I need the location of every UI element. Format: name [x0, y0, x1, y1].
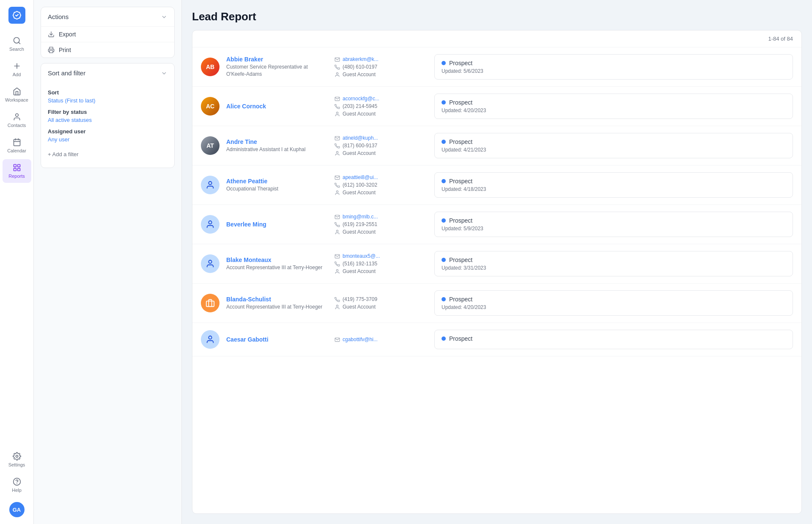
chevron-down-icon — [161, 70, 167, 77]
sidebar-item-label: Calendar — [7, 148, 26, 153]
lead-status-card: Prospect Updated: 4/21/2023 — [434, 133, 793, 158]
table-row: Blake Monteaux Account Representative II… — [192, 244, 801, 284]
table-row: AB Abbie Braker Customer Service Represe… — [192, 47, 801, 87]
sidebar-item-add[interactable]: Add — [3, 58, 31, 81]
phone-icon — [335, 261, 340, 267]
lead-title: Occupational Therapist — [226, 185, 328, 193]
sidebar-item-label: Workspace — [5, 97, 28, 102]
status-label: Prospect — [449, 335, 472, 342]
lead-name[interactable]: Alice Cornock — [226, 103, 328, 110]
account-icon — [335, 304, 340, 310]
export-label: Export — [59, 31, 76, 38]
lead-avatar — [201, 294, 219, 312]
app-logo[interactable] — [8, 7, 25, 24]
status-label: Prospect — [449, 256, 472, 263]
assigned-user-value[interactable]: Any user — [48, 136, 167, 143]
sidebar-item-label: Search — [9, 47, 24, 52]
lead-avatar — [201, 215, 219, 234]
actions-header[interactable]: Actions — [41, 7, 174, 26]
lead-name[interactable]: Abbie Braker — [226, 56, 328, 63]
print-action[interactable]: Print — [41, 42, 174, 58]
export-action[interactable]: Export — [41, 26, 174, 42]
updated-text: Updated: 4/20/2023 — [442, 304, 786, 310]
contact-email: cgabottifv@hi... — [335, 336, 428, 342]
lead-title: Administrative Assistant I at Kuphal — [226, 146, 328, 153]
sidebar-item-label: Reports — [8, 174, 25, 179]
lead-contact: (419) 775-3709 Guest Account — [335, 296, 428, 310]
account-icon — [335, 229, 340, 235]
lead-avatar — [201, 330, 219, 349]
svg-point-13 — [16, 455, 18, 458]
lead-info: Andre Tine Administrative Assistant I at… — [226, 138, 328, 153]
print-label: Print — [59, 47, 71, 53]
table-row: AC Alice Cornock acornockfg@c... (203) 2… — [192, 87, 801, 126]
status-dot — [442, 179, 446, 183]
updated-text: Updated: 4/21/2023 — [442, 147, 786, 153]
svg-rect-12 — [17, 168, 20, 171]
lead-contact: atineld@kuph... (817) 600-9137 Guest Acc… — [335, 135, 428, 156]
lead-name[interactable]: Andre Tine — [226, 138, 328, 145]
lead-status-card: Prospect Updated: 5/6/2023 — [434, 54, 793, 80]
lead-name[interactable]: Athene Peattie — [226, 178, 328, 185]
contact-email: bming@mlb.c... — [335, 214, 428, 220]
actions-section: Actions Export Print — [41, 7, 175, 58]
status-row: Prospect — [442, 99, 786, 106]
svg-point-4 — [15, 114, 18, 117]
sort-filter-title: Sort and filter — [48, 69, 85, 77]
svg-point-21 — [208, 182, 211, 185]
sidebar-item-search[interactable]: Search — [3, 32, 31, 56]
chevron-down-icon — [161, 14, 167, 20]
user-avatar[interactable]: GA — [9, 502, 25, 517]
sort-filter-section: Sort and filter Sort Status (First to la… — [41, 63, 175, 168]
add-filter-button[interactable]: + Add a filter — [48, 148, 167, 161]
lead-contact: bmonteaux5@... (516) 192-1135 Guest Acco… — [335, 253, 428, 274]
svg-point-28 — [336, 305, 338, 306]
actions-title: Actions — [48, 13, 69, 20]
status-row: Prospect — [442, 178, 786, 185]
updated-text: Updated: 4/20/2023 — [442, 108, 786, 113]
updated-text: Updated: 5/6/2023 — [442, 68, 786, 74]
lead-info: Caesar Gabotti — [226, 336, 328, 343]
svg-rect-5 — [14, 139, 20, 146]
account-icon — [335, 151, 340, 156]
svg-line-1 — [18, 42, 20, 44]
contact-phone: (516) 192-1135 — [335, 261, 428, 267]
lead-info: Abbie Braker Customer Service Representa… — [226, 56, 328, 78]
lead-contact: abrakerkm@k... (480) 610-0197 Guest Acco… — [335, 56, 428, 77]
status-dot — [442, 218, 446, 223]
sidebar-item-workspace[interactable]: Workspace — [3, 83, 31, 107]
svg-rect-10 — [17, 165, 20, 167]
table-row: Caesar Gabotti cgabottifv@hi... Prospect — [192, 323, 801, 356]
lead-avatar — [201, 254, 219, 273]
sidebar-item-reports[interactable]: Reports — [3, 159, 31, 183]
contact-phone: (419) 775-3709 — [335, 296, 428, 302]
lead-status-card: Prospect Updated: 4/20/2023 — [434, 290, 793, 316]
contact-account: Guest Account — [335, 190, 428, 196]
sidebar-item-help[interactable]: Help — [3, 473, 31, 497]
table-row: Blanda-Schulist Account Representative I… — [192, 284, 801, 323]
account-icon — [335, 190, 340, 196]
sort-value[interactable]: Status (First to last) — [48, 97, 167, 104]
account-icon — [335, 269, 340, 274]
status-label: Prospect — [449, 178, 472, 185]
svg-point-24 — [336, 230, 338, 232]
lead-name[interactable]: Blanda-Schulist — [226, 296, 328, 303]
svg-point-26 — [336, 269, 338, 271]
lead-name[interactable]: Beverlee Ming — [226, 221, 328, 228]
filter-by-status-value[interactable]: All active statuses — [48, 117, 167, 123]
lead-title: Account Representative III at Terry-Hoeg… — [226, 303, 328, 311]
lead-name[interactable]: Blake Monteaux — [226, 256, 328, 263]
status-dot — [442, 258, 446, 262]
sidebar-item-label: Contacts — [8, 123, 26, 128]
updated-text: Updated: 5/9/2023 — [442, 226, 786, 232]
status-row: Prospect — [442, 256, 786, 263]
sidebar-item-calendar[interactable]: Calendar — [3, 134, 31, 157]
sidebar-item-settings[interactable]: Settings — [3, 448, 31, 472]
sort-filter-header[interactable]: Sort and filter — [41, 63, 174, 83]
sidebar-item-contacts[interactable]: Contacts — [3, 108, 31, 132]
lead-contact: acornockfg@c... (203) 214-5945 Guest Acc… — [335, 96, 428, 117]
svg-point-29 — [208, 336, 211, 339]
lead-avatar: AC — [201, 97, 219, 116]
lead-name[interactable]: Caesar Gabotti — [226, 336, 328, 343]
phone-icon — [335, 182, 340, 188]
